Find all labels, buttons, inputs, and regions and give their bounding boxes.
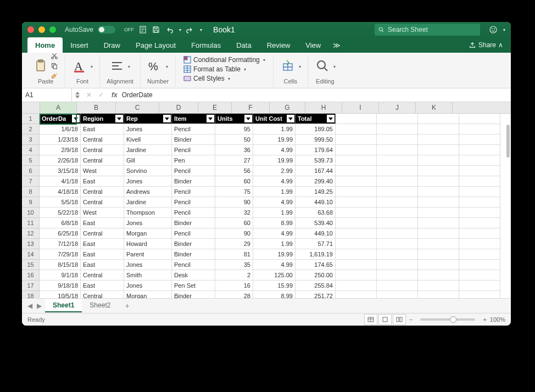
cell-C7[interactable]: Jones <box>124 176 172 187</box>
cell-B12[interactable]: Central <box>81 228 124 239</box>
cell-K12[interactable] <box>459 228 500 239</box>
cell-C10[interactable]: Thompson <box>124 208 172 218</box>
cell-F13[interactable]: 1.99 <box>253 239 296 249</box>
sheet-nav-next[interactable]: ▶ <box>36 302 43 310</box>
cell-E1[interactable]: Units <box>215 114 253 124</box>
cell-J2[interactable] <box>418 124 459 135</box>
cell-A15[interactable]: 8/15/18 <box>40 260 81 270</box>
cell-G17[interactable]: 255.84 <box>296 281 336 291</box>
normal-view-button[interactable] <box>364 314 377 325</box>
filter-dropdown-region[interactable] <box>115 115 123 122</box>
filter-dropdown-total[interactable] <box>327 115 335 122</box>
qat-customize[interactable]: ▾ <box>200 27 202 32</box>
cell-E13[interactable]: 29 <box>215 239 253 249</box>
tab-page-layout[interactable]: Page Layout <box>128 37 183 53</box>
row-header-7[interactable]: 7 <box>22 176 40 187</box>
cell-B1[interactable]: Region <box>81 114 124 124</box>
cell-K3[interactable] <box>459 135 500 145</box>
cell-F3[interactable]: 19.99 <box>253 135 296 145</box>
filter-dropdown-unit cost[interactable] <box>287 115 294 122</box>
page-layout-view-button[interactable] <box>378 314 392 325</box>
cell-F11[interactable]: 8.99 <box>253 218 296 228</box>
row-header-5[interactable]: 5 <box>22 155 40 166</box>
cell-H6[interactable] <box>336 166 377 176</box>
cell-D8[interactable]: Pencil <box>172 187 215 197</box>
cell-E18[interactable]: 28 <box>215 291 253 298</box>
cell-C2[interactable]: Jones <box>124 124 172 135</box>
cell-J16[interactable] <box>418 270 459 281</box>
cell-E5[interactable]: 27 <box>215 155 253 166</box>
row-header-4[interactable]: 4 <box>22 145 40 155</box>
cell-B8[interactable]: Central <box>81 187 124 197</box>
cell-J9[interactable] <box>418 197 459 208</box>
cell-H7[interactable] <box>336 176 377 187</box>
cell-A3[interactable]: 1/23/18 <box>40 135 81 145</box>
cell-C15[interactable]: Jones <box>124 260 172 270</box>
cell-B3[interactable]: Central <box>81 135 124 145</box>
search-box[interactable]: Search Sheet <box>375 24 480 36</box>
cell-E9[interactable]: 90 <box>215 197 253 208</box>
cell-J10[interactable] <box>418 208 459 218</box>
column-header-E[interactable]: E <box>198 102 232 113</box>
cell-C14[interactable]: Parent <box>124 249 172 260</box>
cell-B11[interactable]: East <box>81 218 124 228</box>
cell-C5[interactable]: Gill <box>124 155 172 166</box>
row-header-8[interactable]: 8 <box>22 187 40 197</box>
cell-F15[interactable]: 4.99 <box>253 260 296 270</box>
cell-G1[interactable]: Total <box>296 114 336 124</box>
cell-G3[interactable]: 999.50 <box>296 135 336 145</box>
column-header-G[interactable]: G <box>270 102 305 113</box>
cell-H9[interactable] <box>336 197 377 208</box>
cell-H14[interactable] <box>336 249 377 260</box>
tab-home[interactable]: Home <box>27 37 63 53</box>
cell-D4[interactable]: Pencil <box>172 145 215 155</box>
redo-icon[interactable] <box>186 25 194 34</box>
cell-I4[interactable] <box>377 145 418 155</box>
cell-D18[interactable]: Binder <box>172 291 215 298</box>
cell-D15[interactable]: Pencil <box>172 260 215 270</box>
cell-I10[interactable] <box>377 208 418 218</box>
cell-A16[interactable]: 9/1/18 <box>40 270 81 281</box>
filter-dropdown-rep[interactable] <box>163 115 171 122</box>
cell-D10[interactable]: Pencil <box>172 208 215 218</box>
cell-H2[interactable] <box>336 124 377 135</box>
column-header-B[interactable]: B <box>77 102 116 113</box>
row-header-1[interactable]: 1 <box>22 114 40 124</box>
cell-B7[interactable]: East <box>81 176 124 187</box>
row-header-15[interactable]: 15 <box>22 260 40 270</box>
sheet-tab-sheet2[interactable]: Sheet2 <box>82 299 118 312</box>
cell-C11[interactable]: Jones <box>124 218 172 228</box>
filter-dropdown-orderda[interactable] <box>72 115 80 122</box>
page-break-view-button[interactable] <box>393 314 406 325</box>
cell-G9[interactable]: 449.10 <box>296 197 336 208</box>
cell-J4[interactable] <box>418 145 459 155</box>
cell-E12[interactable]: 90 <box>215 228 253 239</box>
cell-I16[interactable] <box>377 270 418 281</box>
cell-K17[interactable] <box>459 281 500 291</box>
row-header-14[interactable]: 14 <box>22 249 40 260</box>
cell-K10[interactable] <box>459 208 500 218</box>
cell-B9[interactable]: Central <box>81 197 124 208</box>
cell-G2[interactable]: 189.05 <box>296 124 336 135</box>
cell-H5[interactable] <box>336 155 377 166</box>
collapse-ribbon-icon[interactable]: ∧ <box>498 41 503 49</box>
cell-A14[interactable]: 7/29/18 <box>40 249 81 260</box>
cell-B13[interactable]: East <box>81 239 124 249</box>
cell-E7[interactable]: 60 <box>215 176 253 187</box>
cell-J3[interactable] <box>418 135 459 145</box>
paste-button[interactable] <box>33 58 48 75</box>
name-box-stepper[interactable] <box>75 92 80 98</box>
cell-I8[interactable] <box>377 187 418 197</box>
cell-H8[interactable] <box>336 187 377 197</box>
cell-J12[interactable] <box>418 228 459 239</box>
cell-E6[interactable]: 56 <box>215 166 253 176</box>
cell-E2[interactable]: 95 <box>215 124 253 135</box>
editing-button[interactable] <box>315 58 330 75</box>
row-header-3[interactable]: 3 <box>22 135 40 145</box>
cells-button[interactable] <box>280 58 296 75</box>
cell-E4[interactable]: 36 <box>215 145 253 155</box>
cell-E11[interactable]: 60 <box>215 218 253 228</box>
cell-D11[interactable]: Binder <box>172 218 215 228</box>
number-button[interactable]: % <box>147 58 163 75</box>
cell-G16[interactable]: 250.00 <box>296 270 336 281</box>
